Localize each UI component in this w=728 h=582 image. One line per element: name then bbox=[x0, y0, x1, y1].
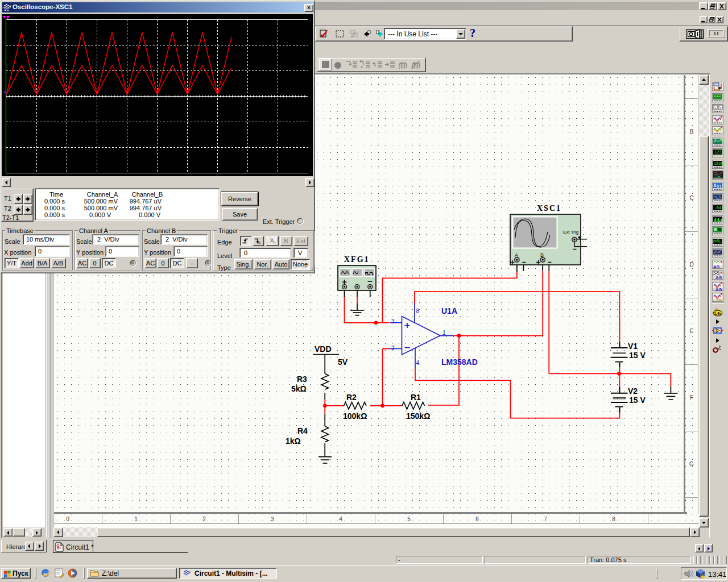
svg-text:.04: .04 bbox=[714, 206, 722, 210]
svg-text:XFG1: XFG1 bbox=[344, 255, 370, 264]
svg-text:AG: AG bbox=[715, 275, 722, 280]
svg-text:150kΩ: 150kΩ bbox=[406, 411, 430, 421]
svg-text:R4: R4 bbox=[297, 426, 308, 435]
svg-text:1: 1 bbox=[442, 330, 446, 336]
svg-text:VDD: VDD bbox=[315, 344, 332, 354]
svg-text:123: 123 bbox=[714, 150, 722, 155]
svg-text:5V: 5V bbox=[338, 357, 348, 367]
svg-text:V2: V2 bbox=[628, 386, 638, 396]
svg-text:AG: AG bbox=[713, 264, 719, 269]
svg-text:01: 01 bbox=[717, 184, 721, 189]
svg-text:1.4v: 1.4v bbox=[714, 311, 722, 315]
svg-text:Ext Trig: Ext Trig bbox=[563, 230, 578, 235]
svg-text:15 V: 15 V bbox=[629, 396, 646, 405]
svg-text:3: 3 bbox=[391, 318, 395, 325]
svg-text:A: A bbox=[515, 252, 518, 258]
svg-text:V1: V1 bbox=[628, 342, 638, 351]
svg-text:AG: AG bbox=[715, 286, 722, 291]
svg-text:U1A: U1A bbox=[441, 306, 457, 315]
svg-text:B: B bbox=[540, 252, 544, 258]
svg-text:XSC1: XSC1 bbox=[537, 204, 561, 213]
svg-text:2: 2 bbox=[391, 345, 395, 351]
svg-text:R1: R1 bbox=[411, 393, 421, 402]
svg-text:LM358AD: LM358AD bbox=[441, 357, 478, 367]
svg-text:100kΩ: 100kΩ bbox=[343, 411, 367, 421]
svg-text:5kΩ: 5kΩ bbox=[291, 384, 307, 393]
svg-text:1010: 1010 bbox=[714, 161, 723, 166]
svg-text:15 V: 15 V bbox=[629, 351, 646, 360]
svg-text:TK: TK bbox=[717, 298, 723, 302]
svg-text:4: 4 bbox=[416, 360, 420, 366]
svg-text:8: 8 bbox=[416, 308, 420, 314]
svg-text:R2: R2 bbox=[346, 393, 357, 402]
svg-text:R3: R3 bbox=[297, 375, 307, 384]
svg-text:1kΩ: 1kΩ bbox=[286, 436, 301, 446]
